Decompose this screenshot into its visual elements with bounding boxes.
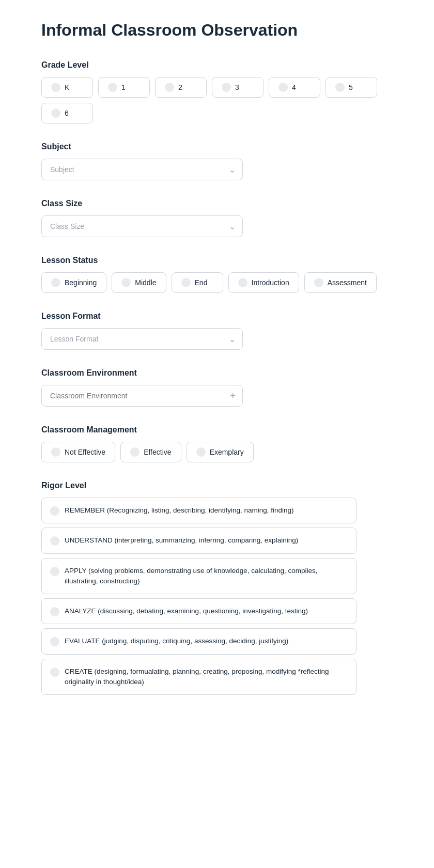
lesson-status-middle-label: Middle bbox=[135, 278, 156, 287]
grade-label-1: 1 bbox=[121, 83, 126, 91]
lesson-format-dropdown[interactable]: Lesson Format bbox=[41, 328, 243, 350]
classroom-environment-section: Classroom Environment + bbox=[41, 368, 393, 407]
radio-circle bbox=[165, 83, 174, 92]
rigor-apply-label: APPLY (solving problems, demonstrating u… bbox=[65, 566, 348, 587]
rigor-create[interactable]: CREATE (designing, formualating, plannin… bbox=[41, 659, 357, 695]
radio-circle bbox=[108, 83, 117, 92]
classroom-environment-label: Classroom Environment bbox=[41, 368, 393, 378]
radio-circle bbox=[50, 668, 59, 677]
management-exemplary-label: Exemplary bbox=[210, 448, 244, 456]
lesson-status-end-label: End bbox=[195, 278, 208, 287]
grade-label-4: 4 bbox=[292, 83, 296, 91]
lesson-status-options: Beginning Middle End Introduction Assess… bbox=[41, 272, 393, 293]
radio-circle bbox=[50, 506, 59, 516]
grade-option-K[interactable]: K bbox=[41, 77, 93, 98]
subject-dropdown[interactable]: Subject bbox=[41, 159, 243, 180]
classroom-management-label: Classroom Management bbox=[41, 425, 393, 435]
radio-circle bbox=[238, 278, 247, 287]
lesson-status-beginning-label: Beginning bbox=[65, 278, 97, 287]
rigor-apply[interactable]: APPLY (solving problems, demonstrating u… bbox=[41, 558, 357, 595]
rigor-remember-label: REMEMBER (Recognizing, listing, describi… bbox=[65, 505, 293, 516]
radio-circle bbox=[278, 83, 288, 92]
rigor-analyze-label: ANALYZE (discussing, debating, examining… bbox=[65, 606, 308, 616]
lesson-status-assessment-label: Assessment bbox=[328, 278, 367, 287]
grade-label-6: 6 bbox=[65, 109, 69, 117]
rigor-create-label: CREATE (designing, formualating, plannin… bbox=[65, 667, 348, 688]
management-not-effective[interactable]: Not Effective bbox=[41, 442, 115, 462]
radio-circle bbox=[50, 637, 59, 646]
rigor-evaluate[interactable]: EVALUATE (judging, disputing, critiquing… bbox=[41, 628, 357, 654]
grade-option-1[interactable]: 1 bbox=[98, 77, 150, 98]
subject-dropdown-wrapper: Subject ⌄ bbox=[41, 159, 243, 180]
radio-circle bbox=[51, 447, 60, 457]
classroom-environment-input[interactable] bbox=[41, 385, 243, 407]
grade-option-4[interactable]: 4 bbox=[269, 77, 320, 98]
rigor-evaluate-label: EVALUATE (judging, disputing, critiquing… bbox=[65, 636, 288, 646]
lesson-status-section: Lesson Status Beginning Middle End Intro… bbox=[41, 256, 393, 293]
rigor-analyze[interactable]: ANALYZE (discussing, debating, examining… bbox=[41, 598, 357, 624]
radio-circle bbox=[130, 447, 140, 457]
class-size-label: Class Size bbox=[41, 199, 393, 208]
radio-circle bbox=[51, 278, 60, 287]
radio-circle bbox=[335, 83, 345, 92]
classroom-environment-input-wrapper: + bbox=[41, 385, 243, 407]
radio-circle bbox=[50, 536, 59, 546]
rigor-understand-label: UNDERSTAND (interpreting, summarizing, i… bbox=[65, 535, 298, 546]
classroom-management-section: Classroom Management Not Effective Effec… bbox=[41, 425, 393, 462]
grade-level-label: Grade Level bbox=[41, 60, 393, 70]
rigor-level-options: REMEMBER (Recognizing, listing, describi… bbox=[41, 498, 357, 695]
grade-option-3[interactable]: 3 bbox=[212, 77, 264, 98]
grade-level-section: Grade Level K 1 2 3 4 5 6 bbox=[41, 60, 393, 123]
classroom-management-options: Not Effective Effective Exemplary bbox=[41, 442, 393, 462]
class-size-dropdown[interactable]: Class Size bbox=[41, 215, 243, 237]
lesson-status-end[interactable]: End bbox=[172, 272, 223, 293]
lesson-status-label: Lesson Status bbox=[41, 256, 393, 265]
management-not-effective-label: Not Effective bbox=[65, 448, 105, 456]
grade-label-K: K bbox=[65, 83, 69, 91]
lesson-status-assessment[interactable]: Assessment bbox=[304, 272, 377, 293]
management-effective[interactable]: Effective bbox=[120, 442, 181, 462]
radio-circle bbox=[222, 83, 231, 92]
rigor-understand[interactable]: UNDERSTAND (interpreting, summarizing, i… bbox=[41, 528, 357, 553]
grade-level-options: K 1 2 3 4 5 6 bbox=[41, 77, 393, 123]
radio-circle bbox=[50, 607, 59, 616]
grade-option-5[interactable]: 5 bbox=[326, 77, 377, 98]
grade-option-2[interactable]: 2 bbox=[155, 77, 207, 98]
class-size-dropdown-wrapper: Class Size ⌄ bbox=[41, 215, 243, 237]
radio-circle bbox=[196, 447, 206, 457]
plus-icon: + bbox=[230, 391, 236, 401]
rigor-level-label: Rigor Level bbox=[41, 481, 393, 490]
rigor-remember[interactable]: REMEMBER (Recognizing, listing, describi… bbox=[41, 498, 357, 523]
grade-label-5: 5 bbox=[349, 83, 353, 91]
management-effective-label: Effective bbox=[144, 448, 171, 456]
radio-circle bbox=[51, 109, 60, 118]
lesson-status-introduction[interactable]: Introduction bbox=[228, 272, 299, 293]
lesson-format-section: Lesson Format Lesson Format ⌄ bbox=[41, 312, 393, 350]
lesson-format-label: Lesson Format bbox=[41, 312, 393, 321]
rigor-level-section: Rigor Level REMEMBER (Recognizing, listi… bbox=[41, 481, 393, 695]
lesson-format-dropdown-wrapper: Lesson Format ⌄ bbox=[41, 328, 243, 350]
lesson-status-middle[interactable]: Middle bbox=[112, 272, 166, 293]
subject-section: Subject Subject ⌄ bbox=[41, 142, 393, 180]
radio-circle bbox=[314, 278, 323, 287]
lesson-status-introduction-label: Introduction bbox=[252, 278, 289, 287]
grade-label-3: 3 bbox=[235, 83, 239, 91]
page-title: Informal Classroom Observation bbox=[41, 21, 393, 40]
grade-label-2: 2 bbox=[178, 83, 182, 91]
radio-circle bbox=[51, 83, 60, 92]
lesson-status-beginning[interactable]: Beginning bbox=[41, 272, 106, 293]
radio-circle bbox=[121, 278, 131, 287]
subject-label: Subject bbox=[41, 142, 393, 151]
radio-circle bbox=[181, 278, 191, 287]
class-size-section: Class Size Class Size ⌄ bbox=[41, 199, 393, 237]
grade-option-6[interactable]: 6 bbox=[41, 103, 93, 123]
management-exemplary[interactable]: Exemplary bbox=[187, 442, 254, 462]
radio-circle bbox=[50, 567, 59, 576]
